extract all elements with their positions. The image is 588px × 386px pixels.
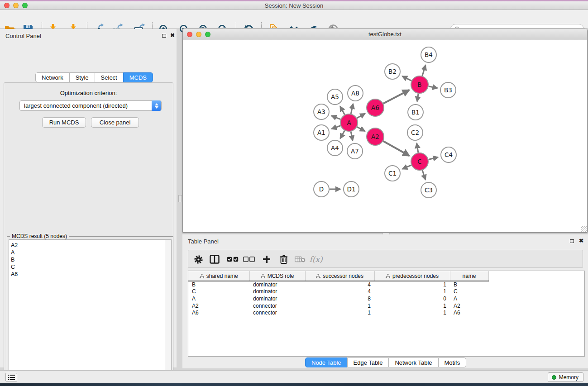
table-cell[interactable]: 1 — [374, 302, 450, 310]
tab-motifs[interactable]: Motifs — [438, 357, 467, 367]
split-divider-handle[interactable] — [178, 195, 182, 202]
select-all-columns-icon[interactable] — [226, 253, 239, 266]
mcds-result-item[interactable]: C — [11, 263, 171, 271]
graph-edge-B-B2[interactable] — [402, 76, 411, 81]
table-cell[interactable]: 4 — [305, 288, 374, 295]
float-panel-icon[interactable] — [162, 34, 166, 38]
table-cell[interactable]: 8 — [305, 295, 374, 302]
table-cell[interactable]: 1 — [374, 309, 450, 316]
graph-edge-C-C4[interactable] — [428, 157, 438, 159]
table-cell[interactable]: B — [188, 281, 249, 288]
memory-status-icon — [552, 375, 556, 380]
graph-edge-C-C1[interactable] — [402, 165, 411, 169]
criterion-dropdown[interactable]: largest connected component (directed) — [19, 100, 162, 111]
column-type-icon — [316, 274, 320, 278]
table-cell[interactable]: B — [450, 281, 488, 288]
table-cell[interactable]: 1 — [374, 288, 450, 295]
settings-gear-icon[interactable] — [192, 253, 205, 266]
table-cell[interactable]: A2 — [188, 302, 249, 310]
float-panel-icon[interactable] — [570, 239, 574, 243]
table-row[interactable]: Bdominator41B — [188, 281, 585, 288]
list-scrollbar[interactable] — [165, 240, 171, 386]
table-row[interactable]: Cdominator41C — [188, 288, 585, 295]
tab-select[interactable]: Select — [95, 72, 124, 82]
table-cell[interactable]: 1 — [305, 302, 374, 310]
close-panel-icon[interactable]: ✖ — [170, 32, 175, 38]
graph-edge-C-C3[interactable] — [422, 170, 425, 180]
table-toolbar: f(x) — [188, 250, 583, 268]
graph-edge-A-A1[interactable] — [332, 126, 341, 129]
add-column-icon[interactable] — [260, 253, 273, 266]
graph-edge-A-A2[interactable] — [357, 127, 365, 131]
tab-style[interactable]: Style — [69, 72, 95, 82]
fx-label: f(x) — [309, 255, 322, 264]
network-canvas[interactable]: B4B2BB3A8A5A6A3B1AA1C2A2A4A7C4CC1DD1C3 — [183, 40, 587, 232]
column-header-predecessor-nodes[interactable]: predecessor nodes — [374, 271, 450, 281]
graph-edge-A6-B[interactable] — [383, 90, 409, 104]
mcds-result-item[interactable]: A6 — [11, 271, 171, 278]
graph-node-label: A7 — [351, 148, 359, 155]
table-cell[interactable]: dominator — [249, 295, 305, 302]
table-cell[interactable]: 1 — [374, 281, 450, 288]
graph-edge-C-C2[interactable] — [417, 143, 418, 153]
column-header-mcds-role[interactable]: MCDS role — [249, 271, 305, 281]
deselect-all-columns-icon[interactable] — [243, 253, 255, 266]
table-cell[interactable]: 0 — [374, 295, 450, 302]
mcds-result-group: MCDS result (5 nodes) A2ABCA6 — [7, 236, 173, 386]
table-row[interactable]: A6connector11A6 — [188, 309, 585, 316]
graph-edge-A-A5[interactable] — [340, 106, 344, 114]
table-cell[interactable]: C — [450, 288, 488, 295]
column-header-successor-nodes[interactable]: successor nodes — [305, 271, 374, 281]
table-cell[interactable]: dominator — [249, 288, 305, 295]
table-cell[interactable]: 1 — [305, 309, 374, 316]
table-cell[interactable]: connector — [249, 302, 305, 310]
graph-node-label: A1 — [317, 129, 325, 136]
graph-edge-A-A8[interactable] — [351, 104, 353, 114]
mcds-result-item[interactable]: B — [11, 256, 171, 263]
memory-button[interactable]: Memory — [548, 372, 583, 382]
table-cell[interactable]: A — [188, 295, 249, 302]
graph-edge-B-B3[interactable] — [429, 86, 438, 88]
graph-edge-A-A3[interactable] — [331, 116, 340, 119]
tab-edge-table[interactable]: Edge Table — [347, 357, 389, 367]
table-cell[interactable]: 4 — [305, 281, 374, 288]
column-header-shared-name[interactable]: shared name — [188, 271, 249, 281]
mcds-result-list[interactable]: A2ABCA6 — [9, 239, 172, 386]
graph-node-label: A8 — [351, 90, 359, 97]
table-cell[interactable]: A6 — [188, 309, 249, 316]
window-resize-grip[interactable] — [581, 226, 587, 232]
graph-edge-B-B4[interactable] — [422, 65, 425, 76]
function-builder-icon[interactable]: f(x) — [310, 253, 322, 266]
table-cell[interactable]: connector — [249, 309, 305, 316]
split-columns-icon[interactable] — [208, 253, 221, 266]
column-header-name[interactable]: name — [450, 271, 488, 281]
graph-node-label: A3 — [317, 108, 325, 115]
mcds-result-item[interactable]: A — [11, 249, 171, 256]
table-cell[interactable]: C — [188, 288, 249, 295]
graph-edge-A2-C[interactable] — [383, 141, 409, 156]
table-cell[interactable]: A — [450, 295, 488, 302]
network-window-titlebar[interactable]: testGlobe.txt — [183, 29, 587, 40]
tab-node-table[interactable]: Node Table — [305, 357, 348, 367]
table-panel-header: Table Panel ✖ — [182, 234, 588, 248]
delete-column-icon[interactable] — [277, 253, 290, 266]
close-panel-button[interactable]: Close panel — [91, 117, 139, 128]
tab-mcds[interactable]: MCDS — [123, 72, 153, 82]
table-row[interactable]: A2connector11A2 — [188, 302, 585, 310]
table-row[interactable]: Adominator80A — [188, 295, 585, 302]
close-panel-icon[interactable]: ✖ — [579, 238, 583, 244]
graph-edge-A-A6[interactable] — [357, 114, 365, 118]
graph-edge-B-B1[interactable] — [417, 94, 419, 101]
graph-edge-A-A4[interactable] — [340, 130, 345, 138]
run-mcds-button[interactable]: Run MCDS — [42, 117, 86, 128]
tab-network[interactable]: Network — [35, 72, 70, 82]
mcds-result-item[interactable]: A2 — [11, 242, 171, 249]
main-toolbar — [0, 10, 588, 29]
table-cell[interactable]: dominator — [249, 281, 305, 288]
delete-table-icon[interactable] — [294, 253, 306, 266]
tab-network-table[interactable]: Network Table — [388, 357, 438, 367]
table-cell[interactable]: A6 — [450, 309, 488, 316]
table-cell[interactable]: A2 — [450, 302, 488, 310]
task-history-button[interactable] — [5, 373, 17, 381]
graph-edge-A-A7[interactable] — [351, 132, 353, 141]
